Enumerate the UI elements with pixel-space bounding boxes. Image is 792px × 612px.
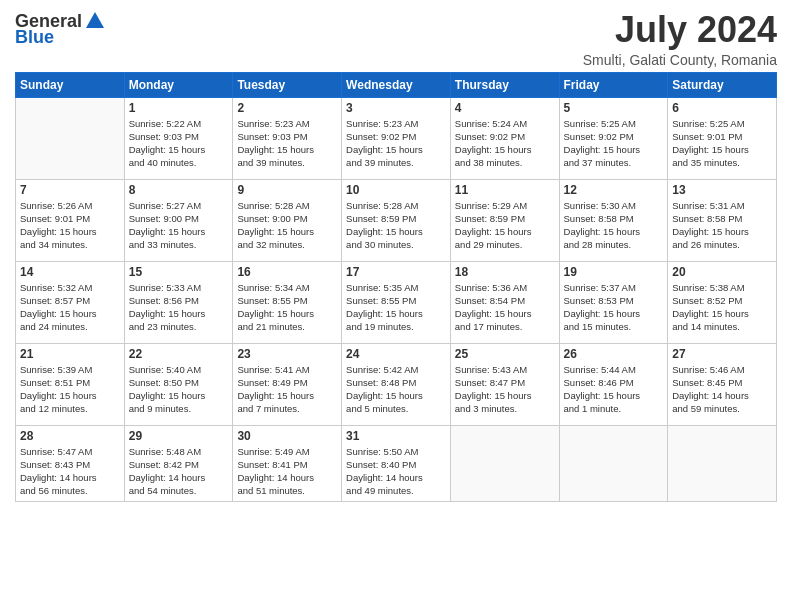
- svg-marker-0: [86, 12, 104, 28]
- calendar-table: Sunday Monday Tuesday Wednesday Thursday…: [15, 72, 777, 502]
- day-number: 8: [129, 183, 229, 197]
- table-row: 28Sunrise: 5:47 AM Sunset: 8:43 PM Dayli…: [16, 425, 125, 501]
- day-number: 7: [20, 183, 120, 197]
- day-info: Sunrise: 5:27 AM Sunset: 9:00 PM Dayligh…: [129, 199, 229, 252]
- day-number: 11: [455, 183, 555, 197]
- table-row: 21Sunrise: 5:39 AM Sunset: 8:51 PM Dayli…: [16, 343, 125, 425]
- header-tuesday: Tuesday: [233, 72, 342, 97]
- day-number: 26: [564, 347, 664, 361]
- header-wednesday: Wednesday: [342, 72, 451, 97]
- table-row: [668, 425, 777, 501]
- day-info: Sunrise: 5:31 AM Sunset: 8:58 PM Dayligh…: [672, 199, 772, 252]
- day-number: 5: [564, 101, 664, 115]
- day-number: 23: [237, 347, 337, 361]
- table-row: 22Sunrise: 5:40 AM Sunset: 8:50 PM Dayli…: [124, 343, 233, 425]
- table-row: 1Sunrise: 5:22 AM Sunset: 9:03 PM Daylig…: [124, 97, 233, 179]
- day-number: 19: [564, 265, 664, 279]
- table-row: 9Sunrise: 5:28 AM Sunset: 9:00 PM Daylig…: [233, 179, 342, 261]
- day-number: 1: [129, 101, 229, 115]
- day-number: 30: [237, 429, 337, 443]
- day-number: 2: [237, 101, 337, 115]
- day-info: Sunrise: 5:47 AM Sunset: 8:43 PM Dayligh…: [20, 445, 120, 498]
- day-number: 31: [346, 429, 446, 443]
- day-info: Sunrise: 5:43 AM Sunset: 8:47 PM Dayligh…: [455, 363, 555, 416]
- day-number: 12: [564, 183, 664, 197]
- day-info: Sunrise: 5:28 AM Sunset: 9:00 PM Dayligh…: [237, 199, 337, 252]
- header-monday: Monday: [124, 72, 233, 97]
- weekday-header-row: Sunday Monday Tuesday Wednesday Thursday…: [16, 72, 777, 97]
- day-info: Sunrise: 5:25 AM Sunset: 9:01 PM Dayligh…: [672, 117, 772, 170]
- day-info: Sunrise: 5:39 AM Sunset: 8:51 PM Dayligh…: [20, 363, 120, 416]
- table-row: 2Sunrise: 5:23 AM Sunset: 9:03 PM Daylig…: [233, 97, 342, 179]
- day-number: 14: [20, 265, 120, 279]
- table-row: [16, 97, 125, 179]
- table-row: 15Sunrise: 5:33 AM Sunset: 8:56 PM Dayli…: [124, 261, 233, 343]
- day-info: Sunrise: 5:42 AM Sunset: 8:48 PM Dayligh…: [346, 363, 446, 416]
- day-number: 21: [20, 347, 120, 361]
- day-number: 28: [20, 429, 120, 443]
- table-row: 5Sunrise: 5:25 AM Sunset: 9:02 PM Daylig…: [559, 97, 668, 179]
- table-row: 31Sunrise: 5:50 AM Sunset: 8:40 PM Dayli…: [342, 425, 451, 501]
- day-info: Sunrise: 5:40 AM Sunset: 8:50 PM Dayligh…: [129, 363, 229, 416]
- table-row: 16Sunrise: 5:34 AM Sunset: 8:55 PM Dayli…: [233, 261, 342, 343]
- table-row: 10Sunrise: 5:28 AM Sunset: 8:59 PM Dayli…: [342, 179, 451, 261]
- day-info: Sunrise: 5:37 AM Sunset: 8:53 PM Dayligh…: [564, 281, 664, 334]
- day-number: 24: [346, 347, 446, 361]
- day-number: 22: [129, 347, 229, 361]
- day-number: 6: [672, 101, 772, 115]
- day-number: 15: [129, 265, 229, 279]
- day-info: Sunrise: 5:50 AM Sunset: 8:40 PM Dayligh…: [346, 445, 446, 498]
- day-info: Sunrise: 5:41 AM Sunset: 8:49 PM Dayligh…: [237, 363, 337, 416]
- table-row: 13Sunrise: 5:31 AM Sunset: 8:58 PM Dayli…: [668, 179, 777, 261]
- day-info: Sunrise: 5:32 AM Sunset: 8:57 PM Dayligh…: [20, 281, 120, 334]
- table-row: 6Sunrise: 5:25 AM Sunset: 9:01 PM Daylig…: [668, 97, 777, 179]
- day-info: Sunrise: 5:22 AM Sunset: 9:03 PM Dayligh…: [129, 117, 229, 170]
- logo: General Blue: [15, 10, 106, 46]
- table-row: 7Sunrise: 5:26 AM Sunset: 9:01 PM Daylig…: [16, 179, 125, 261]
- day-info: Sunrise: 5:38 AM Sunset: 8:52 PM Dayligh…: [672, 281, 772, 334]
- header: General Blue July 2024 Smulti, Galati Co…: [15, 10, 777, 68]
- month-year-title: July 2024: [583, 10, 777, 50]
- day-info: Sunrise: 5:48 AM Sunset: 8:42 PM Dayligh…: [129, 445, 229, 498]
- header-friday: Friday: [559, 72, 668, 97]
- day-number: 27: [672, 347, 772, 361]
- logo-icon: [84, 10, 106, 32]
- day-info: Sunrise: 5:23 AM Sunset: 9:03 PM Dayligh…: [237, 117, 337, 170]
- header-saturday: Saturday: [668, 72, 777, 97]
- header-sunday: Sunday: [16, 72, 125, 97]
- title-block: July 2024 Smulti, Galati County, Romania: [583, 10, 777, 68]
- table-row: 26Sunrise: 5:44 AM Sunset: 8:46 PM Dayli…: [559, 343, 668, 425]
- day-number: 25: [455, 347, 555, 361]
- day-info: Sunrise: 5:34 AM Sunset: 8:55 PM Dayligh…: [237, 281, 337, 334]
- day-info: Sunrise: 5:25 AM Sunset: 9:02 PM Dayligh…: [564, 117, 664, 170]
- day-info: Sunrise: 5:46 AM Sunset: 8:45 PM Dayligh…: [672, 363, 772, 416]
- table-row: 23Sunrise: 5:41 AM Sunset: 8:49 PM Dayli…: [233, 343, 342, 425]
- table-row: 17Sunrise: 5:35 AM Sunset: 8:55 PM Dayli…: [342, 261, 451, 343]
- table-row: 25Sunrise: 5:43 AM Sunset: 8:47 PM Dayli…: [450, 343, 559, 425]
- day-number: 10: [346, 183, 446, 197]
- table-row: 4Sunrise: 5:24 AM Sunset: 9:02 PM Daylig…: [450, 97, 559, 179]
- day-number: 18: [455, 265, 555, 279]
- location-subtitle: Smulti, Galati County, Romania: [583, 52, 777, 68]
- day-info: Sunrise: 5:23 AM Sunset: 9:02 PM Dayligh…: [346, 117, 446, 170]
- table-row: 24Sunrise: 5:42 AM Sunset: 8:48 PM Dayli…: [342, 343, 451, 425]
- header-thursday: Thursday: [450, 72, 559, 97]
- day-info: Sunrise: 5:36 AM Sunset: 8:54 PM Dayligh…: [455, 281, 555, 334]
- day-number: 9: [237, 183, 337, 197]
- day-number: 29: [129, 429, 229, 443]
- day-info: Sunrise: 5:44 AM Sunset: 8:46 PM Dayligh…: [564, 363, 664, 416]
- table-row: 14Sunrise: 5:32 AM Sunset: 8:57 PM Dayli…: [16, 261, 125, 343]
- day-number: 17: [346, 265, 446, 279]
- table-row: 12Sunrise: 5:30 AM Sunset: 8:58 PM Dayli…: [559, 179, 668, 261]
- page: General Blue July 2024 Smulti, Galati Co…: [0, 0, 792, 612]
- table-row: 20Sunrise: 5:38 AM Sunset: 8:52 PM Dayli…: [668, 261, 777, 343]
- day-info: Sunrise: 5:28 AM Sunset: 8:59 PM Dayligh…: [346, 199, 446, 252]
- day-info: Sunrise: 5:29 AM Sunset: 8:59 PM Dayligh…: [455, 199, 555, 252]
- table-row: 18Sunrise: 5:36 AM Sunset: 8:54 PM Dayli…: [450, 261, 559, 343]
- table-row: 19Sunrise: 5:37 AM Sunset: 8:53 PM Dayli…: [559, 261, 668, 343]
- table-row: [559, 425, 668, 501]
- day-number: 4: [455, 101, 555, 115]
- logo-blue-text: Blue: [15, 28, 54, 46]
- table-row: 29Sunrise: 5:48 AM Sunset: 8:42 PM Dayli…: [124, 425, 233, 501]
- table-row: [450, 425, 559, 501]
